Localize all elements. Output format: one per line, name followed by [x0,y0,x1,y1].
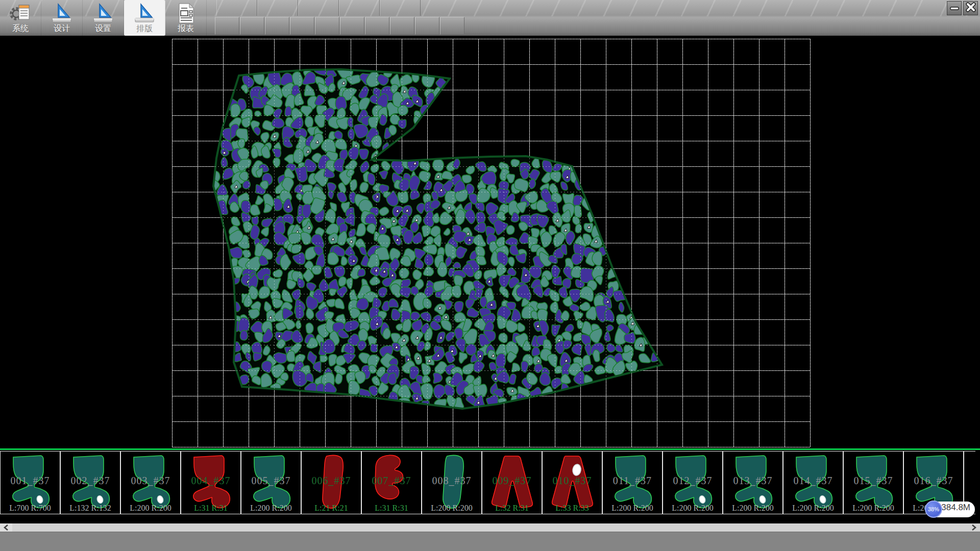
menu-item[interactable] [339,0,380,16]
piece-id-label: 013_#37 [723,475,782,487]
scroll-left-button[interactable] [0,523,12,532]
piece-thumbnail[interactable]: 006_#37 L:21 R:21 [301,451,361,514]
minimize-button[interactable] [947,1,962,15]
piece-id-label: 014_#37 [783,475,843,487]
horizontal-scrollbar[interactable] [0,523,980,532]
piece-thumbnail[interactable]: 012_#37 L:200 R:200 [663,451,723,514]
menu-bar [216,0,421,16]
action-button[interactable] [440,17,464,35]
main-mode-button-排版[interactable]: 排版 [124,0,165,36]
piece-thumbnail[interactable]: 001_#37 L:700 R:700 [0,451,60,514]
piece-id-label: 009_#37 [482,475,542,487]
menu-item[interactable] [380,0,421,16]
main-mode-button-报表[interactable]: 报表 [165,0,207,36]
nesting-canvas[interactable] [0,36,980,448]
memory-status-badge: 384.8M 38% [925,500,975,518]
chevron-left-icon [4,524,9,531]
piece-lr-count: L:31 R:31 [362,504,421,513]
piece-lr-count: L:200 R:200 [241,504,301,513]
close-button[interactable] [963,1,978,15]
action-button[interactable] [390,17,414,35]
piece-thumbnail[interactable]: 013_#37 L:200 R:200 [723,451,783,514]
piece-lr-count: L:132 R:132 [61,504,120,513]
action-button[interactable] [315,17,339,35]
main-mode-label: 排版 [124,23,165,34]
piece-thumbnail[interactable]: 004_#37 L:31 R:31 [181,451,241,514]
piece-id-label: 016_#37 [904,475,963,487]
action-button[interactable] [340,17,364,35]
top-toolbar: 系统 设计 [0,0,980,36]
main-mode-label: 报表 [165,23,206,34]
piece-lr-count: L:200 R:200 [844,504,903,513]
piece-lr-count: L:33 R:33 [543,504,602,513]
piece-lr-count: L:200 R:200 [422,504,481,513]
action-button-bar [215,17,465,35]
piece-id-label: 007_#37 [362,475,421,487]
piece-lr-count: L:200 R:200 [723,504,782,513]
piece-thumbnail-strip: 001_#37 L:700 R:700 002_#37 L:132 R:132 [0,448,980,515]
piece-thumbnail[interactable]: 015_#37 L:200 R:200 [843,451,903,514]
piece-lr-count: L:200 R:200 [603,504,662,513]
piece-id-label: 008_#37 [422,475,481,487]
action-button[interactable] [240,17,264,35]
scroll-right-button[interactable] [968,523,980,532]
piece-thumbnail[interactable]: 007_#37 L:31 R:31 [361,451,422,514]
chevron-right-icon [971,524,976,531]
piece-id-label: 005_#37 [241,475,301,487]
menu-item[interactable] [216,0,257,16]
action-button[interactable] [265,17,289,35]
main-mode-button-设计[interactable]: 设计 [41,0,83,36]
piece-id-label: 004_#37 [181,475,240,487]
piece-lr-count: L:200 R:200 [783,504,843,513]
strip-accent-line [0,448,980,450]
piece-lr-count: L:21 R:21 [302,504,361,513]
main-mode-label: 设置 [83,23,124,34]
piece-lr-count: L:200 R:200 [663,504,722,513]
main-button-bar: 系统 设计 [0,0,207,36]
piece-thumbnail[interactable]: 005_#37 L:200 R:200 [241,451,301,514]
main-mode-label: 系统 [0,23,41,34]
piece-id-label: 011_#37 [603,475,662,487]
piece-id-label: 003_#37 [121,475,180,487]
piece-thumbnail[interactable]: 008_#37 L:200 R:200 [422,451,482,514]
piece-id-label: 001_#37 [1,475,60,487]
piece-id-label: 002_#37 [61,475,120,487]
piece-lr-count: L:32 R:31 [482,504,542,513]
main-mode-button-系统[interactable]: 系统 [0,0,41,36]
piece-thumbnail[interactable]: 003_#37 L:200 R:200 [120,451,181,514]
progress-value: 38% [928,506,939,512]
piece-thumbnail[interactable]: 009_#37 L:32 R:31 [482,451,542,514]
window-controls [947,1,978,15]
progress-circle: 38% [925,500,942,518]
piece-id-label: 012_#37 [663,475,722,487]
menu-item[interactable] [257,0,298,16]
piece-id-label: 010_#37 [543,475,602,487]
close-icon [966,2,976,14]
piece-id-label: 006_#37 [302,475,361,487]
piece-lr-count: L:31 R:31 [181,504,240,513]
main-mode-button-设置[interactable]: 设置 [83,0,124,36]
piece-thumbnail[interactable]: 002_#37 L:132 R:132 [60,451,120,514]
menu-item[interactable] [298,0,339,16]
action-button[interactable] [215,17,239,35]
piece-lr-count: L:200 R:200 [121,504,180,513]
action-button[interactable] [415,17,439,35]
piece-thumbnail[interactable]: 014_#37 L:200 R:200 [783,451,843,514]
action-button[interactable] [365,17,389,35]
piece-thumbnail[interactable]: 011_#37 L:200 R:200 [602,451,663,514]
window-bottom-frame [0,532,980,551]
main-mode-label: 设计 [41,23,82,34]
piece-id-label: 015_#37 [844,475,903,487]
memory-value: 384.8M [941,503,970,513]
thumbnail-list: 001_#37 L:700 R:700 002_#37 L:132 R:132 [0,451,975,514]
piece-lr-count: L:700 R:700 [1,504,60,513]
action-button[interactable] [290,17,314,35]
piece-thumbnail[interactable]: 010_#37 L:33 R:33 [542,451,602,514]
minimize-icon [950,4,959,13]
